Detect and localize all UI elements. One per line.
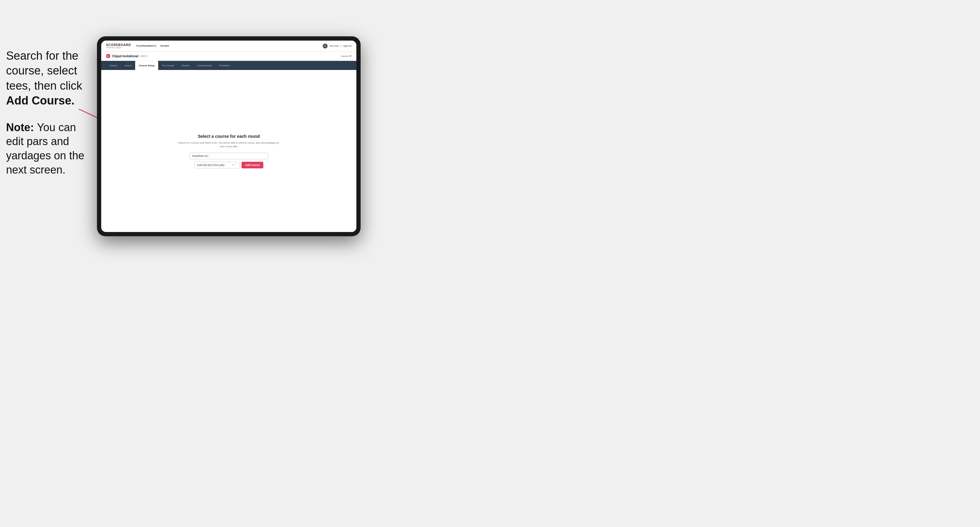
tee-value: Gold (M) (M) (7010 yds) — [197, 163, 224, 167]
tournament-title: C Clippd Invitational (Men) — [106, 54, 147, 58]
annotation-area: Search for the course, select tees, then… — [6, 48, 91, 177]
tournament-icon: C — [106, 54, 110, 58]
annotation-line3: tees, then click — [6, 78, 91, 93]
tournament-name: Clippd Invitational — [112, 54, 138, 58]
tee-select[interactable]: Gold (M) (M) (7010 yds) ✕ ⌃ — [194, 162, 240, 168]
course-search-input[interactable] — [189, 152, 268, 159]
card-desc: Search for a course and select a tee. Yo… — [177, 141, 280, 148]
add-course-button[interactable]: Add Course — [242, 162, 263, 168]
content-card: Select a course for each round Search fo… — [177, 134, 280, 168]
annotation-note: Note: You can edit pars and yardages on … — [6, 121, 91, 177]
cancel-label: Cancel — [341, 55, 348, 57]
tab-course-setup[interactable]: Course Setup — [135, 61, 158, 70]
tablet-shell: SCOREBOARD Powered by clippd TOURNAMENTS… — [97, 37, 361, 236]
tournament-header: C Clippd Invitational (Men) Cancel ✕ — [101, 51, 356, 61]
nav-teams[interactable]: TEAMS — [160, 44, 169, 47]
annotation-line4: Add Course. — [6, 93, 91, 108]
main-content: Select a course for each round Search fo… — [101, 70, 356, 232]
tee-clear-icon[interactable]: ✕ — [232, 163, 234, 166]
top-nav: SCOREBOARD Powered by clippd TOURNAMENTS… — [101, 41, 356, 51]
card-title: Select a course for each round — [177, 134, 280, 139]
tab-details[interactable]: Details — [106, 61, 121, 70]
logo-area: SCOREBOARD Powered by clippd — [106, 44, 131, 48]
tab-results[interactable]: Results — [178, 61, 193, 70]
user-avatar: R — [323, 44, 328, 48]
sign-out-link[interactable]: Sign out — [343, 44, 352, 47]
top-nav-left: SCOREBOARD Powered by clippd TOURNAMENTS… — [106, 44, 169, 48]
cancel-button[interactable]: Cancel ✕ — [341, 55, 352, 57]
tee-row: Gold (M) (M) (7010 yds) ✕ ⌃ Add Course — [177, 162, 280, 168]
tab-teams[interactable]: Teams — [121, 61, 135, 70]
annotation-line1: Search for the — [6, 48, 91, 63]
logo-title: SCOREBOARD — [106, 44, 131, 47]
top-nav-right: R Test User | Sign out — [323, 44, 352, 48]
nav-tournaments[interactable]: TOURNAMENTS — [136, 44, 156, 47]
nav-links: TOURNAMENTS TEAMS — [136, 44, 169, 47]
annotation-line2: course, select — [6, 63, 91, 78]
tee-select-controls: ✕ ⌃ — [232, 163, 237, 166]
logo-sub: Powered by clippd — [106, 47, 131, 48]
tab-tee-groups[interactable]: Tee Groups — [158, 61, 178, 70]
user-name: Test User — [329, 44, 339, 47]
tab-bar: Details Teams Course Setup Tee Groups Re… — [101, 61, 356, 70]
note-label: Note: — [6, 121, 34, 133]
tournament-gender: (Men) — [140, 54, 148, 57]
tab-printables[interactable]: Printables — [215, 61, 234, 70]
nav-separator: | — [341, 44, 342, 47]
tablet-screen: SCOREBOARD Powered by clippd TOURNAMENTS… — [101, 41, 356, 232]
cancel-icon: ✕ — [349, 55, 352, 57]
tab-leaderboards[interactable]: Leaderboards — [193, 61, 215, 70]
tee-expand-icon[interactable]: ⌃ — [235, 163, 237, 166]
